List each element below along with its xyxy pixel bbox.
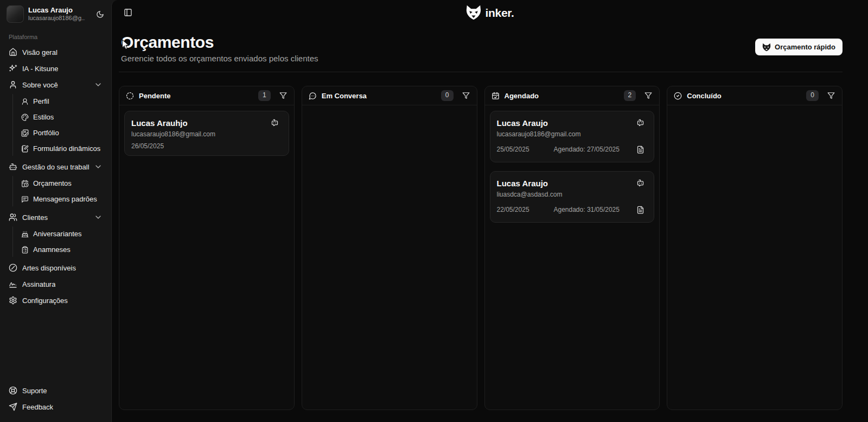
sidebar-item-formulario-dinamicos[interactable]: Formulário dinâmicos — [17, 141, 107, 156]
clipboard-list-icon — [21, 246, 29, 254]
sidebar-subgroup-gestao-do-seu-trabalho: OrçamentosMensagens padrões — [12, 176, 107, 206]
scheduled-date: Agendado: 31/05/2025 — [554, 206, 634, 213]
page-header-text: Orçamentos Gerencie todos os orçamentos … — [121, 33, 318, 63]
budget-card[interactable]: Lucas Arauhjolucasaraujo8186@gmail.com26… — [124, 111, 289, 156]
sidebar-header: Lucas Araujo lucasaraujo8186@g... — [4, 4, 107, 24]
sidebar: Lucas Araujo lucasaraujo8186@g... Plataf… — [0, 0, 111, 422]
bot-message-square-icon — [271, 119, 279, 127]
client-name: Lucas Araujo — [497, 176, 630, 189]
column-header: Pendente1 — [119, 86, 294, 105]
board-column-pendente: Pendente1Lucas Arauhjolucasaraujo8186@gm… — [119, 86, 295, 410]
bot-chat-button[interactable] — [633, 116, 647, 130]
file-text-icon — [636, 146, 644, 154]
user-icon — [9, 80, 17, 89]
sidebar-item-anamneses[interactable]: Anamneses — [17, 242, 107, 257]
sidebar-item-label: Feedback — [22, 403, 53, 411]
scheduled-date: Agendado: 27/05/2025 — [554, 146, 634, 153]
sidebar-item-estilos[interactable]: Estilos — [17, 110, 107, 124]
card-date: 25/05/2025 — [497, 146, 554, 153]
sidebar-item-label: Portfólio — [33, 129, 59, 137]
sidebar-subgroup-sobre-voce: PerfilEstilosPortfólioFormulário dinâmic… — [12, 94, 107, 156]
life-buoy-icon — [9, 386, 17, 395]
brand-logo: inker. — [465, 5, 514, 21]
sidebar-item-assinatura[interactable]: Assinatura — [4, 276, 107, 292]
sidebar-item-label: Suporte — [22, 387, 47, 395]
app-root: Lucas Araujo lucasaraujo8186@g... Plataf… — [0, 0, 868, 422]
client-email: lucasaraujo8186@gmail.com — [131, 130, 282, 138]
avatar — [7, 5, 24, 23]
sidebar-item-label: Formulário dinâmicos — [33, 144, 100, 153]
client-email: liuasdca@asdasd.com — [497, 191, 648, 198]
sidebar-item-artes-disponiveis[interactable]: Artes disponíveis — [4, 260, 107, 275]
sidebar-item-label: IA - Kitsune — [22, 65, 58, 73]
sidebar-item-portfolio[interactable]: Portfólio — [17, 125, 107, 140]
document-button[interactable] — [633, 142, 647, 156]
theme-toggle-button[interactable] — [93, 7, 107, 21]
column-count-badge: 0 — [441, 90, 454, 101]
sidebar-item-perfil[interactable]: Perfil — [17, 94, 107, 109]
panel-left-icon — [124, 8, 132, 17]
card-footer-row: 26/05/2025 — [131, 142, 282, 150]
sidebar-toggle-button[interactable] — [120, 5, 136, 20]
sidebar-item-ia-kitsune[interactable]: IA - Kitsune — [4, 61, 107, 76]
sidebar-item-visao-geral[interactable]: Visão geral — [4, 45, 107, 60]
chevron-down-icon — [94, 80, 103, 89]
sidebar-item-label: Visão geral — [22, 48, 58, 56]
quick-budget-button[interactable]: Orçamento rápido — [755, 39, 843, 55]
column-filter-button[interactable] — [276, 88, 291, 103]
sidebar-item-sobre-voce[interactable]: Sobre você — [4, 77, 107, 92]
bot-message-square-icon — [636, 119, 644, 127]
send-icon — [9, 402, 17, 411]
sidebar-item-label: Assinatura — [22, 280, 55, 288]
bot-chat-button[interactable] — [268, 116, 282, 130]
user-round-icon — [21, 98, 29, 105]
sidebar-item-feedback[interactable]: Feedback — [4, 399, 107, 414]
sidebar-item-gestao-do-seu-trabalho[interactable]: Gestão do seu trabalho — [4, 159, 107, 174]
notebook-pen-icon — [21, 145, 29, 153]
sidebar-item-suporte[interactable]: Suporte — [4, 383, 107, 398]
document-button[interactable] — [633, 203, 647, 217]
column-title: Em Conversa — [322, 92, 367, 100]
topbar: inker. — [112, 0, 868, 25]
circle-dashed-icon — [126, 92, 134, 100]
funnel-icon — [827, 92, 835, 99]
main-area: inker. Orçamentos Gerencie todos os orça… — [111, 0, 868, 422]
column-filter-button[interactable] — [641, 88, 656, 103]
calendar-check-icon — [492, 92, 500, 100]
budget-card[interactable]: Lucas Araujoliuasdca@asdasd.com22/05/202… — [490, 171, 655, 223]
sidebar-item-aniversariantes[interactable]: Aniversariantes — [17, 226, 107, 241]
card-footer-row: 22/05/2025Agendado: 31/05/2025 — [497, 203, 648, 217]
page-subtitle: Gerencie todos os orçamentos enviados pe… — [121, 54, 318, 63]
sidebar-nav: Visão geralIA - KitsuneSobre vocêPerfilE… — [4, 45, 107, 308]
sidebar-subgroup-clientes: AniversariantesAnamneses — [12, 226, 107, 257]
sidebar-item-clientes[interactable]: Clientes — [4, 210, 107, 225]
sidebar-footer: SuporteFeedback — [4, 383, 107, 414]
sidebar-item-mensagens-padroes[interactable]: Mensagens padrões — [17, 192, 107, 206]
column-header: Concluído0 — [667, 86, 842, 105]
message-circle-more-icon — [309, 92, 317, 100]
column-filter-button[interactable] — [458, 88, 474, 103]
sidebar-item-label: Anamneses — [33, 245, 71, 254]
fox-logo-icon — [465, 5, 481, 21]
column-header: Em Conversa0 — [302, 86, 477, 105]
sidebar-item-label: Perfil — [33, 97, 49, 105]
sidebar-item-label: Aniversariantes — [33, 230, 82, 238]
page-header: Orçamentos Gerencie todos os orçamentos … — [112, 25, 868, 63]
quick-budget-label: Orçamento rápido — [775, 43, 835, 51]
bot-chat-button[interactable] — [633, 176, 647, 190]
house-icon — [9, 48, 17, 56]
funnel-icon — [644, 92, 652, 99]
images-icon — [21, 129, 29, 137]
column-filter-button[interactable] — [824, 88, 839, 103]
sidebar-item-orcamentos[interactable]: Orçamentos — [17, 176, 107, 191]
user-meta: Lucas Araujo lucasaraujo8186@g... — [28, 6, 85, 22]
board-column-em-conversa: Em Conversa0 — [302, 86, 477, 410]
budget-card[interactable]: Lucas Araujolucasaraujo8186@gmail.com25/… — [490, 111, 655, 162]
settings-icon — [9, 296, 17, 305]
user-menu[interactable]: Lucas Araujo lucasaraujo8186@g... — [4, 4, 92, 24]
funnel-icon — [279, 92, 287, 99]
sidebar-item-label: Estilos — [33, 113, 54, 121]
column-title: Concluído — [687, 92, 722, 100]
sidebar-item-configuracoes[interactable]: Configurações — [4, 293, 107, 308]
sidebar-section-label: Plataforma — [4, 24, 107, 45]
